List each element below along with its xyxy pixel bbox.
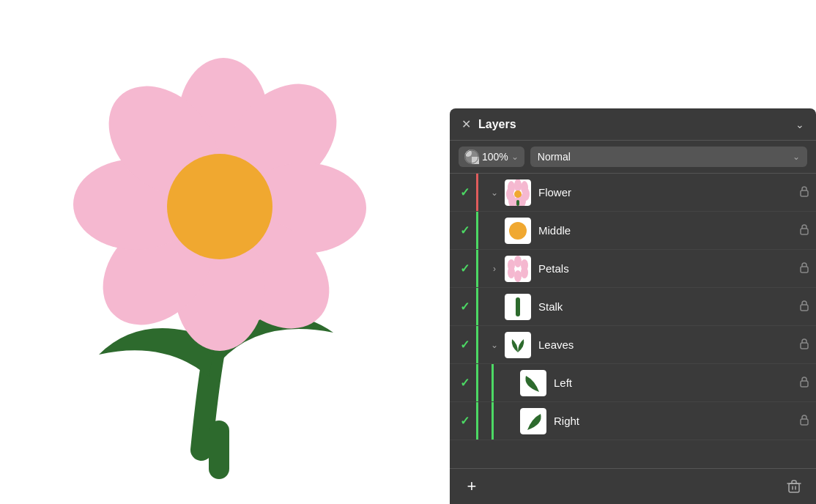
svg-rect-26 xyxy=(801,190,808,196)
layer-checkbox-left[interactable]: ✓ xyxy=(456,374,473,392)
check-mark: ✓ xyxy=(460,223,470,237)
layer-row-right[interactable]: ✓Right xyxy=(450,402,816,440)
indent-line-green xyxy=(476,364,478,401)
layers-footer: + xyxy=(450,468,816,504)
lock-icon-stalk[interactable] xyxy=(798,300,810,314)
canvas-area xyxy=(0,0,447,504)
svg-point-25 xyxy=(514,190,522,198)
expand-btn-right xyxy=(502,414,517,429)
svg-rect-39 xyxy=(516,297,520,316)
layer-thumb-stalk xyxy=(505,294,531,320)
delete-layer-button[interactable] xyxy=(784,476,804,497)
expand-btn-leaves[interactable]: ⌄ xyxy=(487,338,502,352)
layer-thumb-right xyxy=(520,408,546,434)
layer-checkbox-petals[interactable]: ✓ xyxy=(456,260,473,278)
svg-rect-46 xyxy=(801,419,808,425)
svg-rect-24 xyxy=(516,200,519,206)
svg-rect-47 xyxy=(789,483,799,492)
layer-thumb-flower xyxy=(505,179,531,206)
layer-thumb-petals xyxy=(505,256,531,282)
indent-line-green xyxy=(476,326,478,363)
layers-panel-header: ✕ Layers ⌄ xyxy=(450,108,816,141)
expand-btn-left xyxy=(502,376,517,390)
opacity-chevron: ⌄ xyxy=(511,152,519,162)
indent-line-red xyxy=(476,174,478,211)
svg-rect-40 xyxy=(801,305,808,311)
layer-thumb-left xyxy=(520,370,546,396)
add-layer-button[interactable]: + xyxy=(461,476,482,497)
layer-checkbox-right[interactable]: ✓ xyxy=(456,412,473,430)
layer-row-stalk[interactable]: ✓Stalk xyxy=(450,288,816,326)
panel-collapse-chevron[interactable]: ⌄ xyxy=(795,119,804,130)
expand-btn-middle xyxy=(487,223,502,238)
check-mark: ✓ xyxy=(460,300,470,314)
indent-line-green xyxy=(476,212,478,249)
panel-title: Layers xyxy=(478,118,516,131)
close-icon[interactable]: ✕ xyxy=(461,117,471,131)
layer-row-middle[interactable]: ✓Middle xyxy=(450,212,816,250)
svg-point-33 xyxy=(521,267,528,278)
layer-row-leaves[interactable]: ✓⌄Leaves xyxy=(450,326,816,364)
opacity-value: 100% xyxy=(482,151,508,163)
layers-list: ✓⌄Flower✓Middle✓›Petals✓Stalk✓⌄Leaves✓Le… xyxy=(450,174,816,468)
svg-point-34 xyxy=(514,270,522,282)
indent-line-green xyxy=(476,250,478,287)
check-mark: ✓ xyxy=(460,185,470,199)
lock-icon-leaves[interactable] xyxy=(798,338,810,352)
indent-line-green2 xyxy=(492,364,494,401)
indent-line-green2 xyxy=(492,402,494,440)
layer-checkbox-stalk[interactable]: ✓ xyxy=(456,298,473,316)
layer-name-middle: Middle xyxy=(538,224,798,237)
blend-mode-dropdown[interactable]: Normal ⌄ xyxy=(530,147,807,167)
svg-rect-37 xyxy=(801,267,808,273)
check-mark: ✓ xyxy=(460,262,470,275)
check-mark: ✓ xyxy=(460,376,470,390)
layer-name-left: Left xyxy=(554,377,798,389)
svg-rect-42 xyxy=(801,343,808,349)
layer-row-petals[interactable]: ✓›Petals xyxy=(450,250,816,288)
svg-rect-41 xyxy=(505,332,531,358)
expand-btn-flower[interactable]: ⌄ xyxy=(487,185,502,200)
trash-icon xyxy=(786,478,802,494)
layer-name-right: Right xyxy=(554,415,798,427)
svg-point-9 xyxy=(167,154,272,259)
lock-icon-petals[interactable] xyxy=(798,262,810,275)
lock-icon-right[interactable] xyxy=(798,414,810,428)
check-mark: ✓ xyxy=(460,414,470,428)
svg-rect-29 xyxy=(801,229,808,234)
layer-checkbox-middle[interactable]: ✓ xyxy=(456,222,473,240)
blend-mode-label: Normal xyxy=(538,151,571,163)
lock-icon-middle[interactable] xyxy=(798,223,810,237)
layer-row-flower[interactable]: ✓⌄Flower xyxy=(450,174,816,212)
svg-point-28 xyxy=(509,222,527,240)
expand-btn-petals[interactable]: › xyxy=(487,262,502,276)
svg-rect-0 xyxy=(209,420,229,479)
lock-icon-left[interactable] xyxy=(798,376,810,390)
svg-point-31 xyxy=(514,256,522,267)
check-mark: ✓ xyxy=(460,338,470,352)
layer-thumb-middle xyxy=(505,218,531,244)
opacity-icon xyxy=(464,149,479,164)
layer-name-petals: Petals xyxy=(538,262,798,275)
svg-point-36 xyxy=(508,259,515,271)
indent-line-green xyxy=(476,288,478,325)
layer-name-leaves: Leaves xyxy=(538,338,798,351)
layer-checkbox-leaves[interactable]: ✓ xyxy=(456,336,473,354)
layer-row-left[interactable]: ✓Left xyxy=(450,364,816,402)
svg-rect-44 xyxy=(801,381,808,387)
lock-icon-flower[interactable] xyxy=(798,185,810,199)
blend-mode-chevron: ⌄ xyxy=(793,152,800,162)
layers-panel: ✕ Layers ⌄ 100% ⌄ Normal ⌄ ✓⌄Flower✓Midd… xyxy=(450,108,816,504)
layer-checkbox-flower[interactable]: ✓ xyxy=(456,184,473,201)
svg-point-23 xyxy=(508,181,515,194)
layer-thumb-leaves xyxy=(505,332,531,358)
layer-name-stalk: Stalk xyxy=(538,300,798,313)
layer-name-flower: Flower xyxy=(538,186,798,199)
expand-btn-stalk xyxy=(487,300,502,314)
layers-toolbar: 100% ⌄ Normal ⌄ xyxy=(450,141,816,174)
indent-line-green xyxy=(476,402,478,440)
opacity-control[interactable]: 100% ⌄ xyxy=(459,147,524,167)
